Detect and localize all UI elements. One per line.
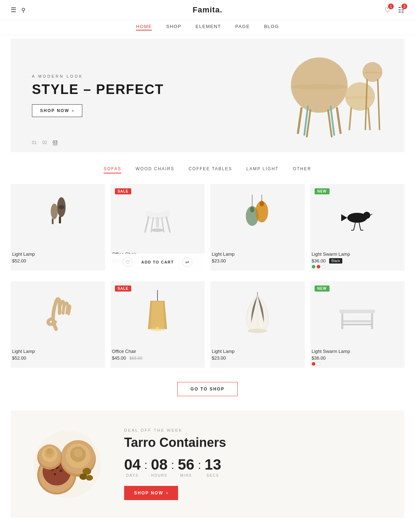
countdown-mins-label: MINS [178,473,194,477]
product-grid-row1: Light Lamp $52.00 SALE [0,181,415,278]
svg-point-50 [248,329,267,333]
svg-rect-28 [156,217,159,228]
product-name-1: Light Lamp [12,251,104,257]
svg-line-25 [166,217,170,232]
quickview-icon-2[interactable]: ⇌ [182,257,192,267]
nav-item-blog[interactable]: BLOG [264,24,279,31]
color-dot-green[interactable] [312,265,315,268]
countdown-days-label: DAYS [124,473,141,477]
color-dot-red[interactable] [317,265,320,268]
deal-section: DEAL OFF THE WEEK Tarro Containers 04 DA… [11,410,404,518]
svg-rect-18 [59,216,61,223]
wishlist-button[interactable]: ♡ 1 [384,6,391,14]
header-right: ♡ 1 ☷ 3 [384,6,404,14]
cat-tab-sofas[interactable]: SOFAS [104,166,121,173]
nav-item-page[interactable]: PAGE [235,24,250,31]
menu-icon[interactable]: ☰ [11,6,16,14]
product-card-6[interactable]: SALE Office Chair $45.00 $65.00 [111,281,205,368]
product-image-1 [11,184,105,248]
hero-content: A MODERN LOOK STYLE – PERFECT SHOP NOW › [11,60,185,131]
svg-line-24 [145,217,149,232]
header-left: ☰ ⚲ [11,6,26,14]
svg-point-37 [363,212,370,219]
svg-point-29 [151,228,164,232]
product-badge-8: NEW [315,286,330,292]
nav-item-element[interactable]: ELEMENT [195,24,221,31]
product-info-4: Light Swarm Lamp $36.00 Black [310,248,405,271]
hero-slide-dots: 01 02 03 [32,140,57,145]
slide-dot-3[interactable]: 03 [53,140,57,145]
color-dot-white[interactable] [322,265,325,268]
product-price-3: $23.00 [212,258,303,264]
product-card-7[interactable]: Light Lamp $23.00 [210,281,305,368]
product-card-4[interactable]: NEW Light Swarm Lamp $ [310,184,405,271]
product-name-3: Light Lamp [212,251,303,257]
hero-banner: A MODERN LOOK STYLE – PERFECT SHOP NOW › [11,39,404,152]
product-info-1: Light Lamp $52.00 [11,248,105,266]
countdown: 04 DAYS : 08 HOURS : 56 MINS : 13 SECS [124,457,383,477]
add-to-cart-button-2[interactable]: ADD TO CART [136,258,179,266]
nav-item-shop[interactable]: SHOP [166,24,181,31]
svg-point-17 [51,204,58,219]
svg-marker-39 [341,214,347,221]
product-info-7: Light Lamp $23.00 [210,345,305,363]
product-card-5[interactable]: Light Lamp $52.00 [11,281,105,368]
countdown-sep-3: : [198,459,201,472]
navigation: HOME SHOP ELEMENT PAGE BLOG [0,20,415,35]
cat-tab-coffee-tables[interactable]: COFFEE TABLES [189,166,232,173]
countdown-mins-num: 56 [178,457,194,472]
goto-shop-button[interactable]: GO TO SHOP [177,382,238,396]
product-card-2[interactable]: SALE ♡ ADD TO CART ⇌ [111,184,205,271]
deal-shop-now-button[interactable]: SHOP NOW › [124,486,178,500]
hero-subtitle: A MODERN LOOK [32,74,164,78]
cat-tab-other[interactable]: OTHER [293,166,311,173]
countdown-hours-label: HOURS [151,473,168,477]
svg-point-76 [47,449,52,454]
svg-rect-55 [342,324,372,325]
cart-count: 3 [402,4,407,9]
deal-title: Tarro Containers [124,435,383,450]
countdown-hours: 08 HOURS [151,457,168,477]
wishlist-icon-2[interactable]: ♡ [123,257,133,267]
slide-dot-2[interactable]: 02 [42,140,47,145]
svg-rect-54 [343,320,371,322]
color-dot-red-8[interactable] [312,362,315,366]
svg-point-11 [363,62,382,82]
svg-point-7 [345,82,375,111]
color-dot-white-8[interactable] [317,362,320,366]
slide-dot-1[interactable]: 01 [32,140,37,145]
svg-point-1 [291,57,348,113]
cat-tab-wood-chairs[interactable]: WOOD CHAIRS [135,166,174,173]
product-price-8: $36.00 [312,355,326,361]
product-info-8: Light Swarm Lamp $36.00 [310,345,405,368]
product-card-1[interactable]: Light Lamp $52.00 [11,184,105,271]
deal-subtitle: DEAL OFF THE WEEK [124,428,383,432]
product-info-5: Light Lamp $52.00 [11,345,105,363]
color-label-4: Black [329,258,342,264]
hero-cta-button[interactable]: SHOP NOW › [32,104,82,117]
logo[interactable]: Famita. [193,5,222,15]
search-icon[interactable]: ⚲ [21,7,26,13]
product-name-4: Light Swarm Lamp [312,251,403,257]
product-card-8[interactable]: NEW Light Swarm Lamp $36.00 [310,281,405,368]
color-dots-8 [312,362,403,366]
svg-point-23 [148,200,167,213]
countdown-mins: 56 MINS [178,457,194,477]
svg-line-40 [354,222,355,230]
countdown-secs: 13 SECS [205,457,221,477]
nav-item-home[interactable]: HOME [136,24,152,31]
cart-button[interactable]: ☷ 3 [398,6,404,14]
svg-point-70 [79,473,87,480]
svg-line-8 [349,108,351,129]
deal-image [32,429,103,500]
product-price-4: $36.00 [312,258,326,264]
product-price-6: $45.00 $65.00 [112,355,204,361]
svg-line-9 [368,108,370,129]
cat-tab-lamp-light[interactable]: LAMP LIGHT [247,166,279,173]
countdown-sep-1: : [144,459,148,472]
product-price-5: $52.00 [12,355,104,361]
countdown-hours-num: 08 [151,457,168,472]
product-card-3[interactable]: Light Lamp $23.00 [210,184,305,271]
svg-line-41 [359,222,361,230]
svg-line-13 [378,80,380,129]
